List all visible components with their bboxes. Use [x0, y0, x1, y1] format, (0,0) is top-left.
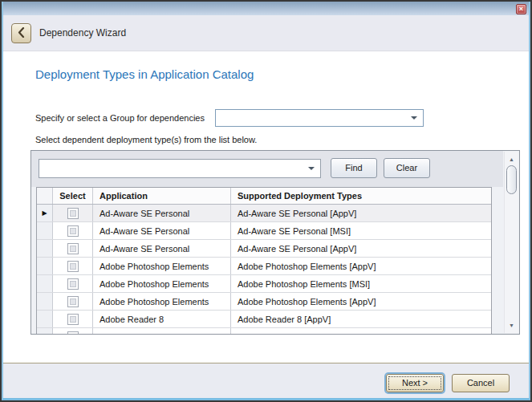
grid-cell-application: AimKeys: [93, 328, 231, 334]
row-selector-cell[interactable]: ▶: [37, 275, 53, 292]
table-row[interactable]: ▶ Adobe Reader 8 Adobe Reader 8 [AppV]: [37, 311, 491, 328]
wizard-title: Dependency Wizard: [39, 15, 126, 51]
window-titlebar: ×: [2, 2, 530, 15]
row-select-cell[interactable]: [53, 275, 93, 292]
table-row[interactable]: ▶ AimKeys AimKeys [AppV]: [37, 328, 491, 334]
row-selector-cell[interactable]: ▶: [37, 205, 53, 221]
row-checkbox[interactable]: [67, 331, 79, 335]
row-checkbox[interactable]: [67, 261, 79, 272]
row-select-cell[interactable]: [53, 293, 93, 310]
grid-cell-type: Adobe Photoshop Elements [AppV]: [231, 293, 491, 310]
grid-cell-type: Ad-Aware SE Personal [AppV]: [231, 240, 491, 257]
deployment-types-grid: Select Application Supported Deployment …: [36, 187, 492, 334]
row-checkbox[interactable]: [67, 225, 79, 237]
grid-cell-type: Ad-Aware SE Personal [MSI]: [231, 222, 491, 239]
row-selector-cell[interactable]: ▶: [37, 328, 53, 334]
search-combobox[interactable]: [39, 159, 321, 178]
close-icon[interactable]: ×: [516, 4, 526, 14]
grid-header-row: Select Application Supported Deployment …: [37, 188, 491, 205]
vertical-scrollbar[interactable]: ▲ ▼: [504, 152, 518, 333]
cancel-button[interactable]: Cancel: [452, 374, 510, 392]
group-combobox[interactable]: [215, 109, 424, 127]
select-deployment-types-label: Select dependent deployment type(s) from…: [35, 135, 257, 144]
grid-cell-type: Adobe Photoshop Elements [AppV]: [231, 258, 491, 274]
dependency-wizard-window: × Dependency Wizard Deployment Types in …: [0, 0, 532, 402]
table-row[interactable]: ▶ Ad-Aware SE Personal Ad-Aware SE Perso…: [37, 240, 491, 258]
grid-body: ▶ Ad-Aware SE Personal Ad-Aware SE Perso…: [37, 205, 491, 334]
chevron-down-icon[interactable]: [411, 116, 417, 120]
grid-cell-type: Adobe Photoshop Elements [MSI]: [231, 275, 491, 292]
find-button[interactable]: Find: [331, 158, 377, 178]
grid-cell-application: Adobe Photoshop Elements: [93, 293, 231, 310]
current-row-arrow-icon: ▶: [42, 210, 47, 217]
table-row[interactable]: ▶ Adobe Photoshop Elements Adobe Photosh…: [37, 293, 491, 311]
grid-cell-type: AimKeys [AppV]: [231, 328, 491, 334]
grid-cell-application: Adobe Photoshop Elements: [93, 275, 231, 292]
row-select-cell[interactable]: [53, 205, 93, 221]
grid-header-application[interactable]: Application: [93, 188, 231, 204]
row-checkbox[interactable]: [67, 296, 79, 307]
table-row[interactable]: ▶ Adobe Photoshop Elements Adobe Photosh…: [37, 258, 491, 275]
back-chevron-icon: [18, 27, 25, 39]
wizard-footer: Next > Cancel: [2, 363, 530, 400]
page-title: Deployment Types in Application Catalog: [35, 67, 254, 81]
row-select-cell[interactable]: [53, 311, 93, 327]
row-select-cell[interactable]: [53, 240, 93, 257]
back-button[interactable]: [11, 23, 31, 43]
row-select-cell[interactable]: [53, 328, 93, 334]
grid-cell-type: Adobe Reader 8 [AppV]: [231, 311, 491, 327]
row-checkbox[interactable]: [67, 314, 79, 325]
table-row[interactable]: ▶ Ad-Aware SE Personal Ad-Aware SE Perso…: [37, 222, 491, 240]
row-selector-cell[interactable]: ▶: [37, 293, 53, 310]
group-dependencies-label: Specify or select a Group for dependenci…: [35, 113, 205, 123]
row-selector-cell[interactable]: ▶: [37, 258, 53, 274]
grid-cell-type: Ad-Aware SE Personal [AppV]: [231, 205, 491, 221]
row-select-cell[interactable]: [53, 222, 93, 239]
table-row[interactable]: ▶ Ad-Aware SE Personal Ad-Aware SE Perso…: [37, 205, 491, 222]
grid-cell-application: Adobe Reader 8: [93, 311, 231, 327]
grid-header-rowselector: [37, 188, 53, 204]
row-select-cell[interactable]: [53, 258, 93, 274]
next-button[interactable]: Next >: [386, 374, 444, 392]
wizard-header: Dependency Wizard: [2, 15, 530, 51]
row-checkbox[interactable]: [67, 208, 79, 219]
row-selector-cell[interactable]: ▶: [37, 311, 53, 327]
row-checkbox[interactable]: [67, 278, 79, 290]
clear-button[interactable]: Clear: [384, 158, 430, 178]
row-checkbox[interactable]: [67, 243, 79, 254]
scroll-down-icon[interactable]: ▼: [505, 319, 518, 331]
table-row[interactable]: ▶ Adobe Photoshop Elements Adobe Photosh…: [37, 275, 491, 293]
grid-cell-application: Ad-Aware SE Personal: [93, 205, 231, 221]
scrollbar-thumb[interactable]: [506, 165, 517, 194]
row-selector-cell[interactable]: ▶: [37, 240, 53, 257]
row-selector-cell[interactable]: ▶: [37, 222, 53, 239]
grid-cell-application: Adobe Photoshop Elements: [93, 258, 231, 274]
grid-header-types[interactable]: Supported Deployment Types: [231, 188, 491, 204]
chevron-down-icon[interactable]: [308, 167, 315, 170]
grid-cell-application: Ad-Aware SE Personal: [93, 240, 231, 257]
grid-header-select[interactable]: Select: [53, 188, 93, 204]
grid-cell-application: Ad-Aware SE Personal: [93, 222, 231, 239]
scroll-up-icon[interactable]: ▲: [505, 153, 518, 165]
deployment-list-panel: Find Clear Select Application Supported …: [30, 150, 520, 335]
